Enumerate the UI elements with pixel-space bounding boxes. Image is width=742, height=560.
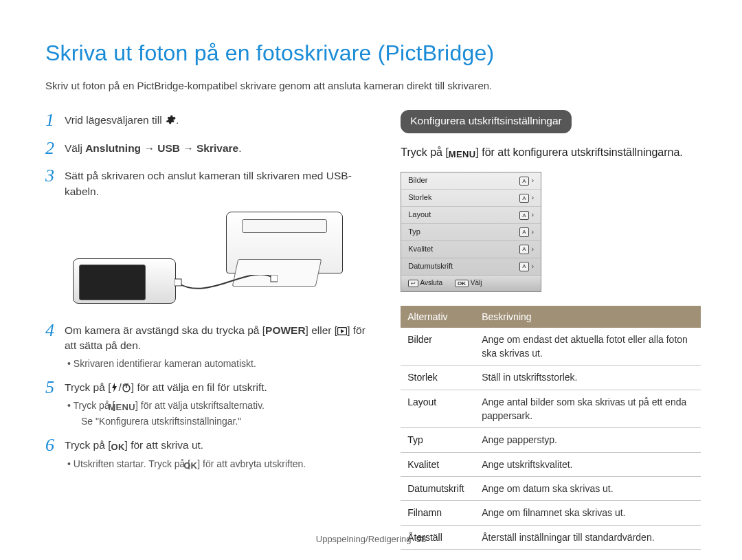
opt-desc: Ange om datum ska skrivas ut. [475, 476, 701, 500]
step-sub: • Tryck på [MENU] för att välja utskrift… [65, 399, 370, 428]
step-number: 2 [45, 138, 65, 157]
auto-badge: A [519, 211, 528, 221]
table-row: LayoutAnge antal bilder som ska skrivas … [401, 390, 701, 428]
step-number: 1 [45, 110, 65, 129]
menu-label: Typ [408, 227, 420, 238]
step-2: 2 Välj Anslutning → USB → Skrivare. [45, 138, 370, 159]
sub-text: ] för att avbryta utskriften. [197, 458, 306, 469]
config-header: Konfigurera utskriftsinställningar [401, 110, 572, 133]
menu-item: KvalitetA› [401, 241, 541, 258]
step-number: 5 [45, 377, 65, 396]
table-row: StorlekStäll in utskriftsstorlek. [401, 366, 701, 390]
table-row: KvalitetAnge utskriftskvalitet. [401, 452, 701, 476]
opt-desc: Ange papperstyp. [475, 428, 701, 452]
chevron-right-icon: › [532, 175, 535, 186]
step-number: 4 [45, 320, 65, 339]
options-table: Alternativ Beskrivning BilderAnge om end… [401, 306, 701, 550]
camera-printer-illustration [66, 212, 370, 308]
usb-cable-drawing [175, 275, 278, 313]
auto-badge: A [519, 194, 528, 203]
svg-rect-0 [175, 279, 181, 286]
sub-text: ] för att välja utskriftsalternativ. [135, 400, 265, 411]
config-intro: Tryck på [MENU] för att konfigurera utsk… [401, 144, 701, 161]
chevron-right-icon: › [532, 210, 535, 221]
ok-badge: OK [455, 280, 469, 287]
step-text: ] eller [ [306, 324, 338, 336]
table-row: BilderAnge om endast det aktuella fotot … [401, 328, 701, 366]
menu-label: Datumutskrift [408, 261, 453, 272]
menu-label: Layout [408, 210, 431, 221]
step-text: Om kamera är avstängd ska du trycka på [ [65, 324, 265, 336]
step-1: 1 Vrid lägesväljaren till . [45, 110, 370, 131]
opt-name: Storlek [401, 366, 475, 390]
menu-label: Kvalitet [408, 244, 433, 255]
step-sub: • Utskriften startar. Tryck på [OK] för … [65, 457, 370, 473]
menu-item: TypA› [401, 224, 541, 241]
opt-desc: Ställ in utskriftsstorlek. [475, 366, 701, 390]
menu-item: StorlekA› [401, 190, 541, 207]
step-text: Vrid lägesväljaren till [65, 114, 165, 126]
step-4: 4 Om kamera är avstängd ska du trycka på… [45, 320, 370, 370]
chevron-right-icon: › [532, 244, 535, 255]
footer-section: Uppspelning/Redigering [316, 534, 412, 544]
table-row: TypAnge papperstyp. [401, 428, 701, 452]
svg-rect-1 [271, 275, 278, 282]
back-icon: ↩ [408, 280, 418, 287]
auto-badge: A [519, 227, 528, 237]
menu-footer: ↩ Avsluta OK Välj [401, 276, 541, 291]
printer-drawing [226, 212, 343, 273]
opt-name: Kvalitet [401, 452, 475, 476]
opt-name: Datumutskrift [401, 476, 475, 500]
steps-column: 1 Vrid lägesväljaren till . 2 Välj Anslu… [45, 110, 370, 560]
step-number: 6 [45, 435, 65, 454]
opt-name: Filnamn [401, 501, 475, 525]
opt-name: Typ [401, 428, 475, 452]
step-sub: • Skrivaren identifierar kameran automat… [65, 357, 370, 370]
step-bold: Anslutning → USB → Skrivare [85, 142, 238, 154]
intro-text: ] för att konfigurera utskriftsinställni… [475, 146, 682, 158]
auto-badge: A [519, 245, 528, 254]
opt-name: Layout [401, 390, 475, 428]
menu-item: BilderA› [401, 172, 541, 190]
step-text: ] för att skriva ut. [125, 439, 204, 451]
chevron-right-icon: › [532, 261, 535, 272]
intro-text: Tryck på [ [401, 146, 449, 158]
step-5: 5 Tryck på [/] för att välja en fil för … [45, 377, 370, 428]
opt-desc: Ange om filnamnet ska skrivas ut. [475, 501, 701, 525]
table-head-description: Beskrivning [475, 306, 701, 328]
step-text: Välj [65, 142, 85, 154]
menu-key: MENU [449, 148, 475, 161]
exit-label: Avsluta [420, 279, 442, 287]
config-column: Konfigurera utskriftsinställningar Tryck… [401, 110, 701, 560]
sub-text: • Utskriften startar. Tryck på [ [67, 458, 190, 469]
step-text: ] för att välja en fil för utskrift. [131, 381, 267, 393]
chevron-right-icon: › [532, 192, 535, 203]
power-key: POWER [265, 324, 306, 336]
table-row: FilnamnAnge om filnamnet ska skrivas ut. [401, 501, 701, 525]
timer-icon [122, 383, 131, 392]
page-footer: Uppspelning/Redigering 98 [0, 533, 742, 546]
chevron-right-icon: › [532, 227, 535, 238]
opt-name: Bilder [401, 328, 475, 366]
auto-badge: A [519, 262, 528, 271]
step-text: Tryck på [ [65, 381, 111, 393]
printer-menu-screenshot: BilderA› StorlekA› LayoutA› TypA› Kvalit… [401, 172, 541, 291]
menu-label: Storlek [408, 192, 431, 203]
gear-icon [165, 114, 176, 125]
page-title: Skriva ut foton på en fotoskrivare (Pict… [45, 37, 701, 69]
ok-key: OK [111, 441, 124, 454]
opt-desc: Ange utskriftskvalitet. [475, 452, 701, 476]
table-head-option: Alternativ [401, 306, 475, 328]
sub-text: Se "Konfigurera utskriftsinställningar." [74, 416, 241, 427]
step-3: 3 Sätt på skrivaren och anslut kameran t… [45, 166, 370, 202]
step-text-after: . [176, 114, 179, 126]
page-subtitle: Skriv ut foton på en PictBridge-kompatib… [45, 78, 701, 93]
opt-desc: Ange om endast det aktuella fotot eller … [475, 328, 701, 366]
step-text: Tryck på [ [65, 439, 111, 451]
select-label: Välj [471, 279, 482, 287]
flash-icon [111, 383, 118, 392]
step-suffix: . [238, 142, 241, 154]
ok-key: OK [190, 460, 197, 473]
table-row: DatumutskriftAnge om datum ska skrivas u… [401, 476, 701, 500]
menu-item: DatumutskriftA› [401, 258, 541, 276]
